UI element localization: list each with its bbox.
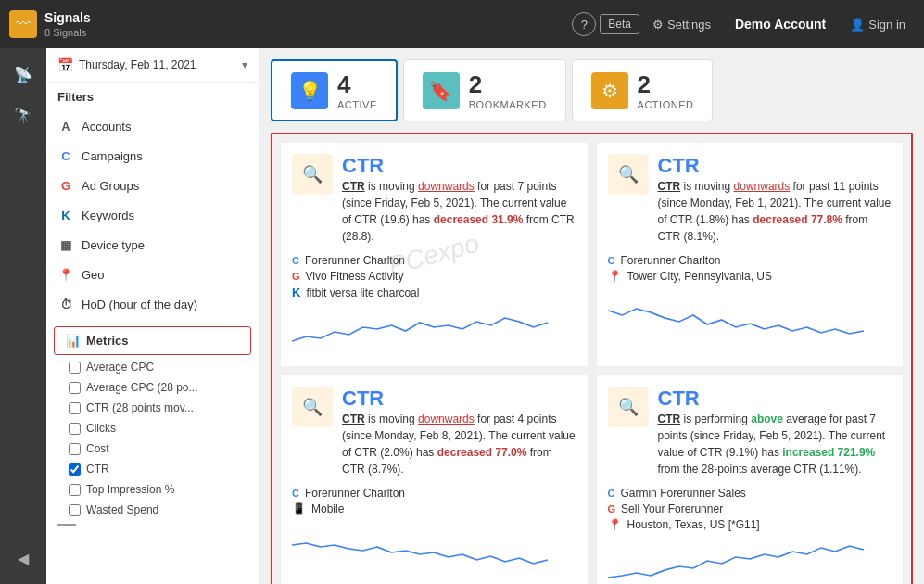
actioned-tab-icon: ⚙ — [591, 72, 628, 109]
filter-campaigns[interactable]: C Campaigns — [46, 141, 259, 171]
geo-icon: 📍 — [57, 266, 74, 283]
card-3-ctr-label: CTR — [342, 387, 576, 411]
metric-wasted-spend[interactable]: Wasted Spend — [46, 500, 259, 520]
card-3-device: Mobile — [311, 502, 344, 515]
user-icon: 👤 — [850, 18, 865, 32]
loc-icon-2: 📍 — [608, 270, 622, 283]
card-1-meta-2: G Vivo Fitness Activity — [292, 270, 576, 283]
logo-text: Signals 8 Signals — [44, 10, 91, 39]
date-selector[interactable]: 📅 Thursday, Feb 11, 2021 ▾ — [46, 48, 259, 83]
card-4-text-performing: is performing — [684, 413, 752, 425]
top-navigation: 〰 Signals 8 Signals ? Beta ⚙ Settings De… — [0, 0, 924, 48]
card-2-meta: C Forerunner Charlton 📍 Tower City, Penn… — [608, 254, 892, 283]
metric-avg-cpc-28-checkbox[interactable] — [69, 382, 81, 394]
card-2-text-moving: is moving — [684, 180, 734, 193]
demo-account-button[interactable]: Demo Account — [724, 11, 837, 37]
top-nav-right: ? Beta ⚙ Settings Demo Account 👤 Sign in — [572, 11, 915, 37]
card-1-text: CTR is moving downwards for past 7 point… — [342, 178, 576, 245]
card-4-direction: above — [751, 413, 783, 425]
card-4-meta-1: C Garmin Forerunner Sales — [608, 487, 892, 500]
card-2-change: decreased 77.8% — [753, 213, 842, 226]
app-subtitle: 8 Signals — [44, 27, 86, 38]
card-4-ctr-icon: 🔍 — [608, 387, 649, 427]
metric-clicks[interactable]: Clicks — [46, 418, 259, 438]
card-1-meta-1: C Forerunner Charlton — [292, 254, 576, 267]
metric-top-impression[interactable]: Top Impression % — [46, 479, 259, 500]
mobile-icon-3: 📱 — [292, 502, 306, 515]
tab-active[interactable]: 💡 4 Active — [271, 59, 398, 121]
bookmarked-tab-label: Bookmarked — [469, 99, 547, 110]
campaigns-icon: C — [57, 147, 74, 164]
signal-tabs: 💡 4 Active 🔖 2 Bookmarked ⚙ 2 Actioned — [271, 59, 913, 121]
calendar-icon: 📅 — [57, 57, 73, 72]
card-1-meta-3: K fitbit versa lite charcoal — [292, 286, 576, 299]
signals-grid: 🔍 CTR CTR is moving downwards for past 7… — [271, 133, 913, 584]
c-icon-4: C — [608, 488, 615, 499]
metric-cost[interactable]: Cost — [46, 438, 259, 459]
filter-devicetype[interactable]: ▦ Device type — [46, 230, 259, 260]
main-layout: 📡 🔭 ◀ 📅 Thursday, Feb 11, 2021 ▾ Filters… — [0, 48, 924, 584]
metric-avg-cpc-checkbox[interactable] — [69, 362, 81, 374]
divider — [57, 524, 76, 526]
settings-button[interactable]: ⚙ Settings — [643, 12, 720, 37]
help-button[interactable]: ? — [572, 12, 596, 36]
sidebar-icon-bottom-left[interactable]: ◀ — [6, 541, 40, 575]
card-2-metric: CTR — [658, 180, 681, 193]
active-tab-count: 4 — [337, 70, 377, 99]
metrics-chart-icon: 📊 — [66, 334, 81, 348]
card-1-metric: CTR — [342, 180, 365, 193]
metric-wasted-spend-label: Wasted Spend — [86, 503, 158, 516]
logo-icon: 〰 — [9, 10, 37, 38]
devicetype-label: Device type — [82, 238, 145, 252]
card-3-direction: downwards — [418, 413, 475, 425]
filters-panel: 📅 Thursday, Feb 11, 2021 ▾ Filters A Acc… — [46, 48, 259, 584]
beta-badge[interactable]: Beta — [600, 14, 639, 34]
card-2-chart — [608, 292, 892, 338]
card-4-chart — [608, 540, 892, 584]
metric-clicks-checkbox[interactable] — [69, 423, 81, 435]
filter-keywords[interactable]: K Keywords — [46, 200, 259, 230]
metric-ctr-28-label: CTR (28 points mov... — [86, 401, 194, 414]
geo-label: Geo — [82, 268, 105, 282]
metric-ctr-28[interactable]: CTR (28 points mov... — [46, 398, 259, 418]
campaigns-label: Campaigns — [82, 149, 143, 163]
card-3-meta: C Forerunner Charlton 📱 Mobile — [292, 487, 576, 515]
sign-in-button[interactable]: 👤 Sign in — [841, 12, 915, 37]
active-tab-icon: 💡 — [291, 72, 328, 109]
filter-accounts[interactable]: A Accounts — [46, 111, 259, 141]
card-2-direction: downwards — [734, 180, 791, 193]
filter-geo[interactable]: 📍 Geo — [46, 260, 259, 289]
metric-ctr-checkbox[interactable] — [69, 463, 81, 476]
card-1-chart — [292, 309, 576, 355]
devicetype-icon: ▦ — [57, 236, 74, 253]
card-2-meta-2: 📍 Tower City, Pennsylvania, US — [608, 270, 892, 283]
metric-ctr[interactable]: CTR — [46, 459, 259, 479]
hod-icon: ⏱ — [57, 296, 74, 312]
card-4-location: Houston, Texas, US [*G11] — [627, 518, 760, 531]
card-1-direction: downwards — [418, 180, 475, 193]
actioned-tab-text: 2 Actioned — [638, 70, 694, 110]
k-icon-1: K — [292, 286, 300, 299]
search-icon-2: 🔍 — [618, 164, 639, 184]
metric-top-impression-checkbox[interactable] — [69, 484, 81, 496]
metric-ctr-28-checkbox[interactable] — [69, 402, 81, 414]
metric-wasted-spend-checkbox[interactable] — [69, 504, 81, 516]
metric-avg-cpc-label: Average CPC — [86, 361, 154, 374]
card-4-campaign: Garmin Forerunner Sales — [620, 487, 745, 500]
tab-actioned[interactable]: ⚙ 2 Actioned — [572, 59, 714, 121]
card-3-header: 🔍 CTR CTR is moving downwards for past 4… — [292, 387, 576, 477]
card-3-metric: CTR — [342, 413, 365, 425]
accounts-icon: A — [57, 118, 74, 134]
actioned-tab-label: Actioned — [638, 99, 694, 110]
tab-bookmarked[interactable]: 🔖 2 Bookmarked — [403, 59, 566, 121]
metric-cost-checkbox[interactable] — [69, 443, 81, 455]
filter-adgroups[interactable]: G Ad Groups — [46, 171, 259, 200]
metric-ctr-label: CTR — [86, 463, 109, 476]
metrics-header[interactable]: 📊 Metrics — [54, 326, 251, 355]
sidebar-icon-signals[interactable]: 📡 — [6, 57, 40, 91]
filter-hod[interactable]: ⏱ HoD (hour of the day) — [46, 289, 259, 319]
metric-avg-cpc-28[interactable]: Average CPC (28 po... — [46, 377, 259, 398]
card-3-chart — [292, 525, 576, 571]
metric-avg-cpc[interactable]: Average CPC — [46, 357, 259, 377]
sidebar-icon-telescope[interactable]: 🔭 — [6, 98, 40, 132]
